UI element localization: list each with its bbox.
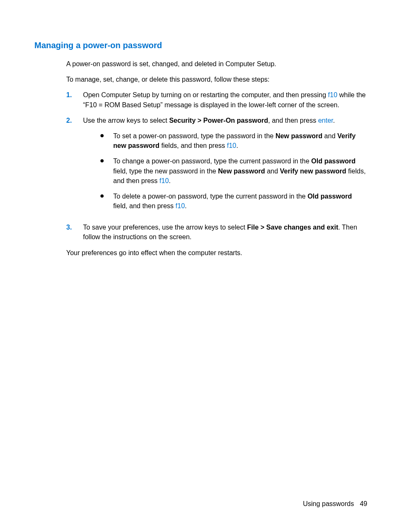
text: To delete a power-on password, type the … [113,193,307,200]
text: . [333,117,335,124]
bold-text: Old password [311,158,356,165]
intro-paragraph-1: A power-on password is set, changed, and… [66,59,367,69]
bullet-icon: ● [100,191,113,211]
text: field, type the new password in the [113,168,218,175]
key-f10: f10 [159,177,169,184]
intro-paragraph-2: To manage, set, change, or delete this p… [66,75,367,84]
text: . [236,142,238,149]
substep-change: ● To change a power-on password, type th… [100,156,367,186]
step-number: 1. [66,90,83,109]
step-3: 3. To save your preferences, use the arr… [66,222,367,242]
section-heading: Managing a power-on password [34,39,367,52]
step-2: 2. Use the arrow keys to select Security… [66,116,367,217]
text: To save your preferences, use the arrow … [83,224,247,231]
substep-set: ● To set a power-on password, type the p… [100,131,367,150]
step-number: 3. [66,222,83,242]
step-content: Open Computer Setup by turning on or res… [83,90,367,109]
substep-content: To delete a power-on password, type the … [113,191,367,211]
key-f10: f10 [328,91,337,98]
key-f10: f10 [176,202,185,209]
bold-text: Verify new password [280,168,346,175]
key-f10: f10 [227,142,236,149]
page-number: 49 [360,500,367,507]
text: Open Computer Setup by turning on or res… [83,91,328,98]
footer-section-label: Using passwords [303,500,354,507]
bold-text: Security > Power-On password [169,117,268,124]
text: and [322,132,338,139]
bold-text: New password [218,168,265,175]
bullet-icon: ● [100,131,113,150]
text: To set a power-on password, type the pas… [113,132,275,139]
step-number: 2. [66,116,83,217]
step-content: Use the arrow keys to select Security > … [83,116,367,217]
text: Use the arrow keys to select [83,117,169,124]
bold-text: File > Save changes and exit [247,224,338,231]
text: and [265,168,280,175]
text: . [169,177,171,184]
substep-delete: ● To delete a power-on password, type th… [100,191,367,211]
bullet-icon: ● [100,156,113,186]
text: , and then press [268,117,318,124]
text: To change a power-on password, type the … [113,158,311,165]
text: fields, and then press [159,142,227,149]
step-1: 1. Open Computer Setup by turning on or … [66,90,367,109]
bold-text: New password [275,132,322,139]
bold-text: Old password [307,193,352,200]
text: . [185,202,187,209]
substep-content: To set a power-on password, type the pas… [113,131,367,150]
key-enter: enter [318,117,333,124]
text: field, and then press [113,202,176,209]
page-footer: Using passwords49 [303,499,367,509]
outro-paragraph: Your preferences go into effect when the… [66,248,367,258]
step-content: To save your preferences, use the arrow … [83,222,367,242]
substep-content: To change a power-on password, type the … [113,156,367,186]
